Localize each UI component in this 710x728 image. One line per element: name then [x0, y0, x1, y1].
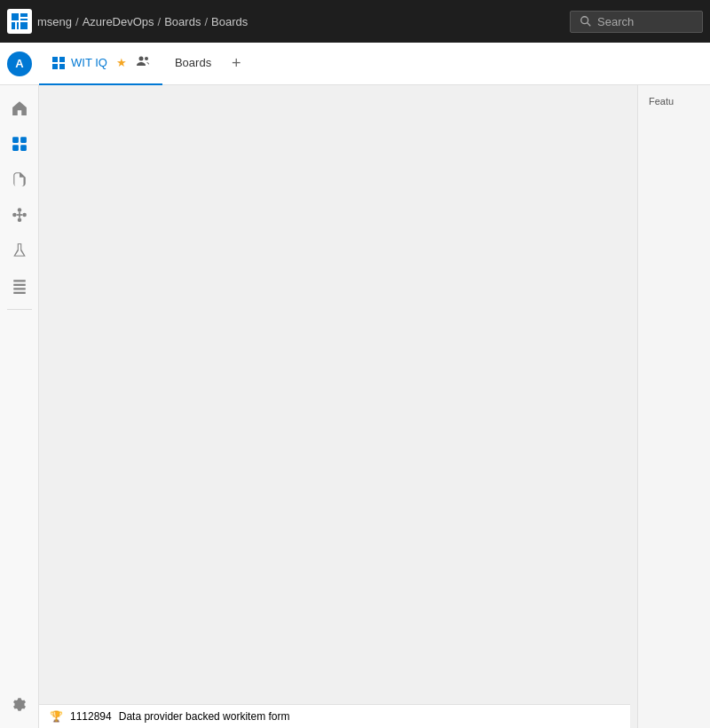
- breadcrumb-project[interactable]: AzureDevOps: [83, 15, 154, 28]
- people-icon: [136, 54, 150, 71]
- search-box[interactable]: Search: [570, 11, 703, 33]
- background: [39, 85, 710, 728]
- breadcrumb-org[interactable]: mseng: [37, 15, 72, 28]
- tab-bar: A WIT IQ ★ Boards +: [0, 43, 710, 85]
- svg-rect-8: [52, 57, 58, 62]
- left-sidebar: [0, 85, 39, 728]
- related-item-id: 1112894: [70, 710, 112, 723]
- app-logo: [7, 9, 32, 34]
- svg-rect-10: [52, 64, 58, 69]
- svg-rect-15: [20, 137, 27, 143]
- svg-rect-4: [17, 22, 19, 29]
- svg-rect-0: [12, 13, 19, 20]
- svg-rect-25: [13, 280, 26, 281]
- star-icon[interactable]: ★: [116, 56, 127, 69]
- content-area: Featu 🏆 FEATURE 1211236* ✕: [39, 85, 710, 728]
- svg-rect-11: [59, 64, 65, 69]
- svg-line-7: [588, 23, 591, 27]
- svg-point-19: [17, 208, 21, 212]
- main-area: Featu 🏆 FEATURE 1211236* ✕: [0, 85, 710, 728]
- svg-point-18: [12, 213, 17, 218]
- right-panel-feature-label: Featu: [642, 92, 706, 110]
- tab-boards[interactable]: Boards: [162, 43, 224, 85]
- sidebar-item-repos[interactable]: [4, 163, 36, 195]
- related-item-label[interactable]: Data provider backed workitem form: [119, 710, 290, 723]
- svg-point-12: [138, 57, 143, 61]
- svg-rect-16: [12, 145, 19, 151]
- sidebar-item-test[interactable]: [4, 234, 36, 266]
- svg-point-6: [581, 17, 588, 24]
- svg-rect-5: [20, 22, 28, 29]
- related-item-icon: 🏆: [50, 710, 63, 723]
- bottom-bar: 🏆 1112894 Data provider backed workitem …: [43, 704, 630, 728]
- breadcrumb-section1[interactable]: Boards: [164, 15, 201, 28]
- svg-point-20: [22, 213, 27, 218]
- svg-rect-9: [59, 57, 65, 62]
- sidebar-item-settings[interactable]: [4, 689, 36, 721]
- sidebar-item-pipelines[interactable]: [4, 199, 36, 231]
- right-panel: Featu: [637, 85, 710, 728]
- svg-point-21: [17, 218, 21, 222]
- svg-rect-3: [12, 22, 15, 29]
- sidebar-item-boards[interactable]: [4, 128, 36, 160]
- svg-rect-26: [13, 288, 26, 289]
- sidebar-item-home[interactable]: [4, 92, 36, 124]
- sidebar-item-artifacts[interactable]: [4, 270, 36, 302]
- breadcrumb: mseng / AzureDevOps / Boards / Boards: [37, 15, 248, 28]
- svg-rect-24: [13, 284, 26, 286]
- svg-rect-17: [20, 145, 27, 151]
- top-nav: mseng / AzureDevOps / Boards / Boards Se…: [0, 0, 710, 43]
- tab-wit-iq[interactable]: WIT IQ ★: [39, 43, 162, 85]
- svg-rect-2: [20, 19, 28, 20]
- tab-wit-iq-label: WIT IQ: [71, 56, 107, 69]
- org-avatar: A: [7, 51, 32, 76]
- search-label: Search: [597, 15, 634, 28]
- svg-point-13: [145, 57, 148, 60]
- svg-rect-1: [20, 13, 28, 17]
- svg-rect-14: [12, 137, 19, 143]
- tab-boards-label: Boards: [175, 56, 211, 69]
- add-tab-button[interactable]: +: [224, 51, 248, 76]
- svg-rect-27: [13, 292, 26, 294]
- sidebar-divider: [7, 309, 32, 310]
- breadcrumb-section2[interactable]: Boards: [211, 15, 248, 28]
- sidebar-bottom: [4, 689, 36, 721]
